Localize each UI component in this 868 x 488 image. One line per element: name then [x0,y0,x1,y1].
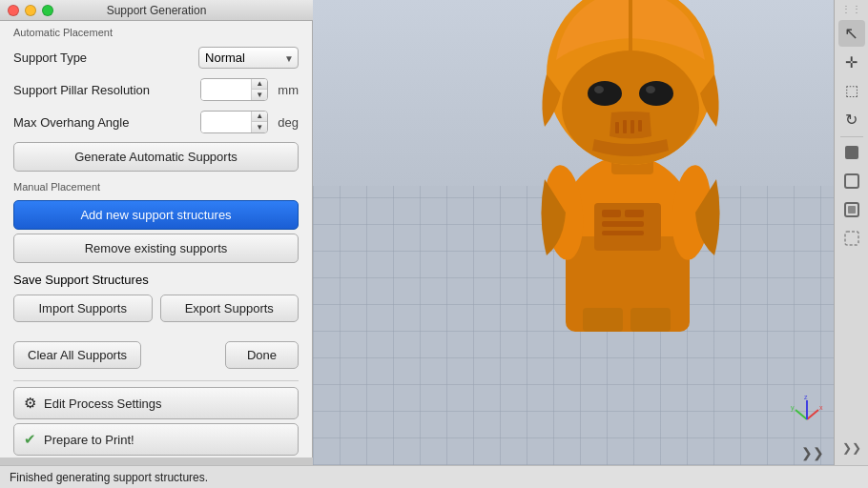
process-settings-button[interactable]: ⚙ Edit Process Settings [13,387,299,419]
svg-rect-37 [845,174,858,188]
svg-rect-13 [602,221,644,227]
darth-vader-svg [461,0,785,332]
solid-icon [842,143,861,166]
svg-rect-26 [630,120,634,133]
svg-point-20 [588,81,622,106]
svg-line-30 [807,410,818,419]
import-export-row: Import Supports Export Supports [0,291,312,326]
outline-icon [842,229,861,252]
overhang-stepper: 80 ▲ ▼ [200,111,268,133]
svg-rect-29 [630,308,671,332]
solid-view-button[interactable] [838,141,865,168]
overhang-increment-btn[interactable]: ▲ [252,112,267,122]
gear-icon: ⚙ [24,395,36,412]
scroll-down-icon[interactable]: ❯❯ [801,445,824,460]
move-icon: ✛ [845,53,858,71]
wireframe-button[interactable] [838,170,865,196]
export-icon: ⬚ [845,82,858,99]
svg-rect-27 [638,120,642,132]
overhang-decrement-btn[interactable]: ▼ [252,122,267,132]
toolbar-dots: ⋮⋮ [841,4,862,14]
chevron-down-icon: ❯❯ [842,441,861,455]
clear-done-row: Clear All Supports Done [0,336,312,375]
svg-rect-11 [602,210,621,217]
support-type-select-wrapper: NormalSnugTreeHybrid ▼ [198,47,299,69]
toolbar-separator-1 [840,136,863,137]
chevron-down-button[interactable]: ❯❯ [838,435,865,461]
support-type-row: Support Type NormalSnugTreeHybrid ▼ [0,42,312,73]
maximize-button[interactable] [42,5,53,16]
import-supports-button[interactable]: Import Supports [13,295,153,322]
window-controls [8,5,53,16]
title-bar: Support Generation [0,0,313,21]
pillar-decrement-btn[interactable]: ▼ [252,90,267,100]
support-type-label: Support Type [13,51,87,65]
box-icon [842,200,861,223]
save-section-text: Save Support Structures [13,273,149,287]
svg-rect-40 [845,232,858,245]
svg-rect-14 [602,231,644,235]
svg-point-21 [639,81,673,106]
automatic-section-label: Automatic Placement [0,21,312,42]
close-button[interactable] [8,5,19,16]
generate-supports-button[interactable]: Generate Automatic Supports [13,142,299,172]
svg-rect-12 [625,210,644,217]
svg-text:x: x [819,404,823,411]
done-button[interactable]: Done [225,341,299,369]
status-text: Finished generating support structures. [10,471,208,484]
right-toolbar: ⋮⋮ ↖ ✛ ⬚ ↻ [834,0,868,465]
window-title: Support Generation [107,4,207,17]
move-tool-button[interactable]: ✛ [838,49,865,75]
left-panel: Automatic Placement Support Type NormalS… [0,0,313,458]
svg-text:z: z [804,394,808,400]
minimize-button[interactable] [25,5,36,16]
select-tool-button[interactable]: ↖ [838,20,865,47]
svg-rect-24 [615,122,619,133]
save-section-label: Save Support Structures [0,267,312,291]
pillar-unit: mm [278,83,299,97]
export-tool-button[interactable]: ⬚ [838,77,865,104]
process-settings-label: Edit Process Settings [44,396,162,411]
overhang-stepper-buttons: ▲ ▼ [251,112,267,132]
support-type-select[interactable]: NormalSnugTreeHybrid [198,47,299,69]
3d-model [461,0,785,335]
svg-text:y: y [791,404,795,412]
wireframe-icon [842,172,861,194]
overhang-row: Max Overhang Angle 80 ▲ ▼ deg [0,106,312,138]
outline-button[interactable] [838,227,865,254]
rotate-icon: ↻ [845,111,858,129]
overhang-input[interactable]: 80 [201,112,251,132]
status-bar: Finished generating support structures. [0,465,868,488]
cursor-icon: ↖ [844,23,858,44]
manual-section-label: Manual Placement [0,175,312,196]
export-supports-button[interactable]: Export Supports [160,295,300,322]
print-icon: ✔ [24,431,36,448]
prepare-label: Prepare to Print! [44,433,134,447]
pillar-stepper-buttons: ▲ ▼ [251,79,267,100]
prepare-to-print-button[interactable]: ✔ Prepare to Print! [13,423,299,456]
overhang-label: Max Overhang Angle [13,115,129,130]
svg-rect-39 [848,206,856,214]
svg-point-22 [594,86,604,93]
3d-viewport[interactable]: x y z ❯❯ [313,0,868,465]
pillar-increment-btn[interactable]: ▲ [252,79,267,90]
panel-divider [13,380,299,381]
remove-supports-button[interactable]: Remove existing supports [13,234,299,263]
pillar-resolution-input[interactable]: 4,00 [201,80,251,100]
axis-indicator: x y z [790,393,824,427]
add-supports-button[interactable]: Add new support structures [13,200,299,230]
svg-rect-36 [845,146,858,159]
clear-supports-button[interactable]: Clear All Supports [13,341,141,369]
rotate-tool-button[interactable]: ↻ [838,106,865,132]
svg-line-31 [796,410,807,419]
svg-point-23 [646,86,655,93]
svg-rect-25 [623,120,627,133]
svg-rect-28 [583,308,623,332]
pillar-resolution-stepper: 4,00 ▲ ▼ [200,78,268,101]
pillar-resolution-label: Support Pillar Resolution [13,83,150,97]
box-view-button[interactable] [838,198,865,225]
pillar-resolution-row: Support Pillar Resolution 4,00 ▲ ▼ mm [0,73,312,106]
overhang-unit: deg [278,115,299,130]
